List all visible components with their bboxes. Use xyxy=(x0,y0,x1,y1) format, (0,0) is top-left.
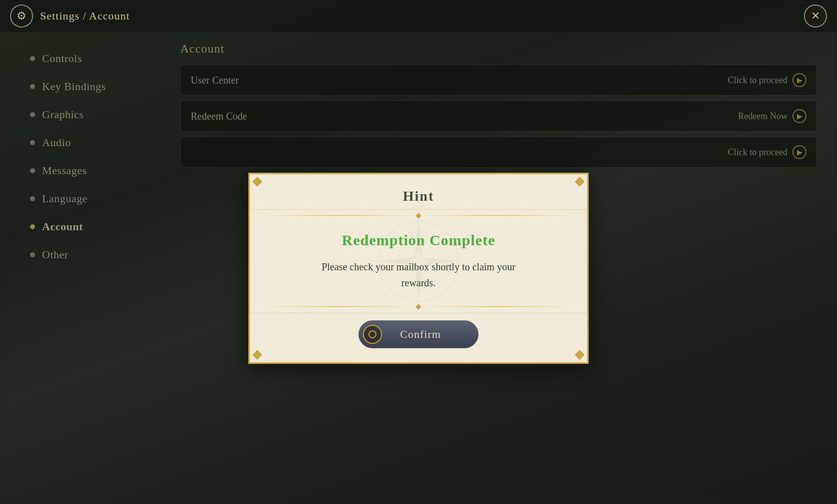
hint-modal: Hint xyxy=(248,173,589,364)
top-bar-left: ⚙ Settings / Account xyxy=(10,5,130,28)
deco-bar-right xyxy=(424,215,572,216)
confirm-button-dot xyxy=(368,330,376,338)
confirm-button-label: Confirm xyxy=(388,328,453,341)
redemption-complete-text: Redemption Complete xyxy=(280,232,557,249)
deco-bar-right xyxy=(424,306,572,307)
modal-footer: Confirm xyxy=(250,313,587,362)
confirm-button[interactable]: Confirm xyxy=(358,320,479,348)
content-area: Controls Key Bindings Graphics Audio Mes… xyxy=(0,32,837,504)
modal-description: Please check your mailbox shortly to cla… xyxy=(280,259,557,291)
deco-bar-left xyxy=(265,306,413,307)
deco-diamond xyxy=(415,304,421,309)
modal-header: Hint xyxy=(250,174,587,210)
deco-diamond xyxy=(415,213,421,218)
modal-overlay: Hint xyxy=(0,32,837,504)
deco-line-bottom xyxy=(265,305,572,309)
confirm-button-icon xyxy=(363,325,382,344)
breadcrumb: Settings / Account xyxy=(40,10,130,23)
deco-bar-left xyxy=(265,215,413,216)
deco-line-top xyxy=(265,214,572,218)
close-button[interactable]: ✕ xyxy=(804,5,827,28)
modal-title: Hint xyxy=(403,188,434,204)
gear-icon: ⚙ xyxy=(10,5,33,28)
settings-panel: ⚙ Settings / Account ✕ Controls Key Bind… xyxy=(0,0,837,504)
modal-body: Redemption Complete Please check your ma… xyxy=(250,222,587,301)
top-bar: ⚙ Settings / Account ✕ xyxy=(0,0,837,32)
